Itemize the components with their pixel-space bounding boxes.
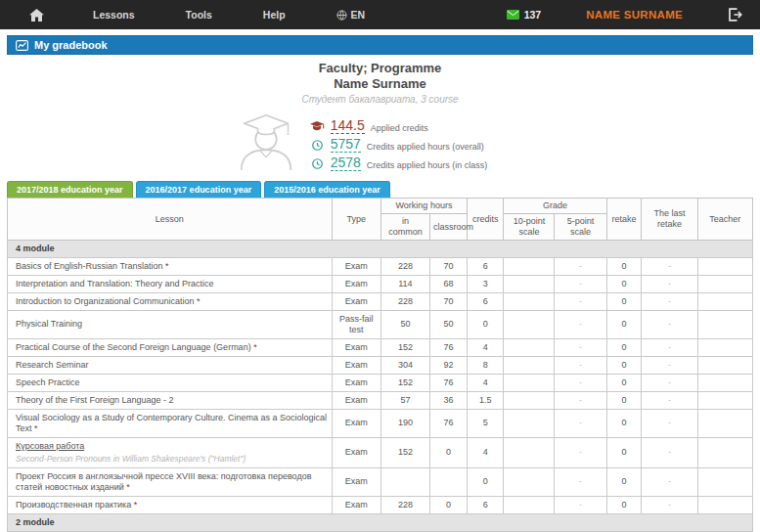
col-header-in-common: in common	[380, 214, 429, 241]
required-asterisk: *	[131, 500, 137, 510]
lesson-name: Проект Россия в англоязычной прессе XVII…	[16, 471, 311, 492]
cell-in-common: 152	[380, 338, 429, 356]
cell-retake: 0	[606, 257, 642, 275]
required-asterisk: *	[251, 342, 257, 352]
cell-teacher	[697, 496, 752, 513]
cell-credits: 3	[468, 275, 504, 292]
nav-item-tools[interactable]: Tools	[186, 9, 212, 21]
cell-classroom: 50	[430, 310, 468, 338]
cell-grade-10	[504, 356, 555, 374]
lesson-name: Interpretation and Translation: Theory a…	[16, 279, 213, 288]
cell-type: Exam	[332, 338, 380, 356]
cell-grade-10	[504, 391, 555, 409]
cell-grade-5: -	[555, 374, 606, 391]
cell-in-common: 190	[380, 409, 429, 437]
cell-type: Exam	[332, 409, 380, 437]
cell-grade-10	[504, 275, 555, 292]
lesson-name: Theory of the First Foreign Language - 2	[16, 395, 174, 405]
cell-classroom: 76	[430, 338, 468, 356]
lesson-row: Physical TrainingPass-fail test50500-0-	[8, 310, 753, 338]
lesson-cell: Practical Course of the Second Foreign L…	[8, 338, 333, 356]
cell-credits: 6	[468, 257, 504, 275]
tab-2017-2018[interactable]: 2017/2018 education year	[7, 181, 133, 198]
main-menu: Lessons Tools Help EN	[93, 9, 365, 21]
cell-retake: 0	[606, 437, 642, 467]
home-button[interactable]	[29, 9, 44, 22]
cell-grade-5: -	[555, 292, 606, 310]
graduation-cap-icon	[310, 121, 325, 132]
cell-classroom: 70	[430, 257, 468, 275]
messages-button[interactable]: 137	[507, 9, 542, 21]
cell-type: Exam	[332, 374, 380, 391]
lesson-name: Visual Sociology as a Study of Contempor…	[16, 413, 327, 433]
cell-credits: 0	[468, 467, 504, 496]
cell-last-retake: -	[642, 257, 697, 275]
cell-in-common: 152	[380, 374, 429, 391]
cell-in-common: 114	[380, 275, 429, 292]
education-year-tabs: 2017/2018 education year 2016/2017 educa…	[7, 181, 760, 198]
cell-classroom	[430, 467, 468, 496]
hours-overall-value[interactable]: 5757	[331, 137, 361, 153]
col-header-lesson: Lesson	[8, 199, 333, 240]
cell-credits: 0	[468, 310, 504, 338]
lesson-name: Speech Practice	[16, 377, 80, 387]
messages-count: 137	[524, 9, 542, 21]
user-menu[interactable]: NAME SURNAME	[586, 9, 683, 21]
cell-last-retake: -	[642, 310, 697, 338]
hours-in-class-value[interactable]: 2578	[331, 155, 361, 171]
cell-grade-10	[504, 437, 555, 467]
hours-in-class-label: Credits applied hours (in class)	[367, 157, 488, 170]
logout-button[interactable]	[728, 8, 742, 22]
cell-credits: 5	[468, 409, 504, 437]
gradebook-table-body: 4 moduleBasics of English-Russian Transl…	[8, 240, 753, 532]
tab-2015-2016[interactable]: 2015/2016 education year	[264, 181, 390, 198]
applied-credits-label: Applied credits	[371, 120, 428, 133]
applied-credits-value[interactable]: 144.5	[331, 118, 365, 134]
cell-grade-5: -	[555, 275, 606, 292]
top-navbar: Lessons Tools Help EN 137 NAME SURNAME	[0, 0, 760, 29]
cell-teacher	[697, 292, 752, 310]
cell-type: Pass-fail test	[332, 310, 380, 338]
page-title-bar: My gradebook	[7, 35, 753, 55]
cell-retake: 0	[606, 356, 642, 374]
nav-item-language[interactable]: EN	[336, 9, 366, 21]
cell-teacher	[697, 356, 752, 374]
lesson-cell: Research Seminar	[8, 356, 333, 374]
cell-retake: 0	[606, 409, 642, 437]
cell-in-common: 228	[380, 496, 429, 513]
lesson-cell: Speech Practice	[8, 374, 333, 391]
lesson-row: Theory of the First Foreign Language - 2…	[8, 391, 753, 409]
cell-in-common: 50	[380, 310, 429, 338]
nav-item-lessons[interactable]: Lessons	[93, 9, 135, 21]
lesson-name: Basics of English-Russian Translation	[16, 261, 163, 271]
cell-in-common: 304	[380, 356, 429, 374]
cell-classroom: 92	[430, 356, 468, 374]
tab-2016-2017[interactable]: 2016/2017 education year	[136, 181, 262, 198]
cell-classroom: 76	[430, 409, 468, 437]
cell-type: Exam	[332, 356, 380, 374]
cell-teacher	[697, 467, 752, 496]
lesson-row: Interpretation and Translation: Theory a…	[8, 275, 753, 292]
cell-grade-5: -	[555, 437, 606, 467]
cell-grade-5: -	[555, 356, 606, 374]
cell-in-common	[380, 467, 429, 496]
hours-overall-label: Credits applied hours (overall)	[367, 139, 484, 152]
cell-retake: 0	[606, 292, 642, 310]
lesson-cell: Introduction to Organizational Communica…	[8, 292, 333, 310]
cell-grade-10	[504, 338, 555, 356]
cell-last-retake: -	[642, 292, 697, 310]
lesson-link[interactable]: Курсовая работа	[16, 441, 84, 451]
gradebook-table: Lesson Type Working hours credits Grade …	[7, 198, 753, 532]
cell-last-retake: -	[642, 356, 697, 374]
cell-credits: 6	[468, 292, 504, 310]
cell-credits: 1.5	[468, 391, 504, 409]
cell-retake: 0	[606, 496, 642, 513]
lesson-row: Basics of English-Russian Translation *E…	[8, 257, 753, 275]
lesson-cell: Interpretation and Translation: Theory a…	[8, 275, 333, 292]
cell-last-retake: -	[642, 437, 697, 467]
nav-item-help[interactable]: Help	[263, 9, 286, 21]
lesson-row: Visual Sociology as a Study of Contempor…	[8, 409, 753, 437]
cell-teacher	[697, 409, 752, 437]
cell-grade-10	[504, 467, 555, 496]
clock-icon	[312, 158, 323, 169]
